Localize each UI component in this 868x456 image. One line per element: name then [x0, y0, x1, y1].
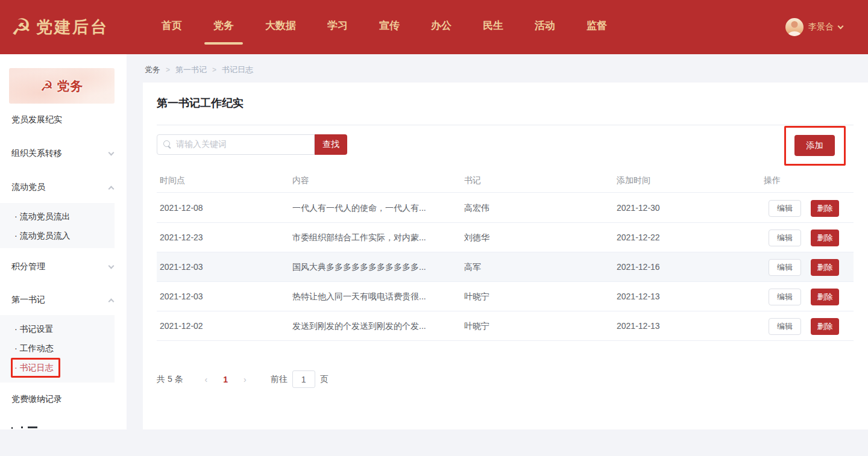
user-name: 李景合	[808, 22, 834, 33]
breadcrumb-first-secretary[interactable]: 第一书记	[175, 64, 207, 75]
sidebar-banner-label: 党务	[57, 78, 83, 95]
prev-page-icon[interactable]: ‹	[197, 375, 216, 384]
app-title: 党建后台	[36, 16, 108, 38]
user-avatar	[785, 18, 804, 36]
page-title: 第一书记工作纪实	[157, 96, 244, 110]
goto-page-input[interactable]	[292, 370, 315, 388]
nav-big-data[interactable]: 大数据	[258, 0, 303, 54]
sidebar: ☭ 党务 党员发展纪实 组织关系转移 流动党员 · 流动党员流出 · 流动党员流…	[0, 54, 127, 429]
nav-activities[interactable]: 活动	[527, 0, 562, 54]
sidebar-item-member-development[interactable]: 党员发展纪实	[0, 111, 127, 128]
breadcrumb-party-affairs[interactable]: 党务	[145, 64, 160, 75]
breadcrumb-separator: >	[166, 66, 170, 74]
sidebar-banner: ☭ 党务	[9, 68, 115, 104]
table-header: 时间点 内容 书记 添加时间 操作	[157, 170, 854, 193]
hammer-sickle-icon: ☭	[11, 16, 31, 39]
delete-button[interactable]: 删除	[811, 200, 839, 217]
delete-button[interactable]: 删除	[811, 259, 839, 276]
sidebar-item-org-transfer[interactable]: 组织关系转移	[0, 145, 127, 162]
add-button[interactable]: 添加	[794, 135, 835, 156]
sidebar-item-first-secretary[interactable]: 第一书记	[0, 292, 127, 308]
nav-office[interactable]: 办公	[424, 0, 459, 54]
delete-button[interactable]: 删除	[811, 289, 839, 305]
chevron-up-icon	[108, 298, 115, 304]
delete-button[interactable]: 删除	[811, 318, 839, 335]
divider	[157, 125, 854, 125]
page-number-1[interactable]: 1	[216, 375, 235, 384]
content-card: 第一书记工作纪实 请输入关键词 查找 添加 时间点 内容 书记 添加时间 操作 …	[143, 83, 868, 429]
search-icon	[163, 140, 172, 149]
app-logo: ☭ 党建后台	[11, 16, 108, 39]
top-header: ☭ 党建后台 首页 党务 大数据 学习 宣传 办公 民生 活动 监督 李景合	[0, 0, 868, 54]
column-header-secretary: 书记	[464, 170, 481, 193]
pagination-total: 共 5 条	[157, 374, 183, 385]
edit-button[interactable]: 编辑	[769, 318, 801, 335]
nav-publicity[interactable]: 宣传	[372, 0, 407, 54]
breadcrumb-separator: >	[212, 66, 216, 74]
pagination: 共 5 条 ‹ 1 › 前往 页	[157, 370, 329, 388]
sidebar-item-secretary-settings[interactable]: · 书记设置	[0, 321, 115, 338]
chevron-down-icon	[108, 149, 115, 155]
user-menu[interactable]: 李景合	[785, 0, 843, 54]
sidebar-item-partial[interactable]	[11, 426, 108, 429]
page-unit-label: 页	[320, 374, 329, 385]
sidebar-item-work-trends[interactable]: · 工作动态	[0, 340, 115, 357]
edit-button[interactable]: 编辑	[769, 230, 801, 246]
sidebar-item-mobile-members[interactable]: 流动党员	[0, 179, 127, 196]
column-header-content: 内容	[292, 170, 309, 193]
table-row: 2021-12-03 热特让他入同一天有哦电话费贵很... 叶晓宁 2021-1…	[157, 282, 854, 311]
table-row: 2021-12-08 一代人有一代人的使命，一代人有... 高宏伟 2021-1…	[157, 193, 854, 223]
chevron-down-icon	[838, 23, 844, 29]
sidebar-item-dues-records[interactable]: 党费缴纳记录	[0, 391, 127, 408]
search-placeholder: 请输入关键词	[176, 139, 227, 150]
search-button[interactable]: 查找	[315, 134, 347, 155]
table-row: 2021-12-02 发送到刚发的个发送到刚发的个发... 叶晓宁 2021-1…	[157, 311, 854, 341]
breadcrumb-secretary-log: 书记日志	[222, 64, 253, 75]
nav-party-affairs[interactable]: 党务	[206, 0, 241, 54]
column-header-time: 时间点	[160, 170, 185, 193]
goto-label: 前往	[271, 374, 288, 385]
next-page-icon[interactable]: ›	[235, 375, 255, 384]
search-input[interactable]: 请输入关键词	[157, 134, 315, 155]
edit-button[interactable]: 编辑	[769, 259, 801, 276]
chevron-down-icon	[108, 263, 115, 269]
table-row: 2021-12-03 国风大典多多多多多多多多多多多... 高军 2021-12…	[157, 252, 854, 282]
sidebar-item-mobile-in[interactable]: · 流动党员流入	[0, 228, 115, 245]
nav-home[interactable]: 首页	[154, 0, 189, 54]
nav-supervision[interactable]: 监督	[579, 0, 614, 54]
nav-study[interactable]: 学习	[320, 0, 355, 54]
breadcrumb: 党务 > 第一书记 > 书记日志	[145, 64, 253, 75]
search-row: 请输入关键词 查找	[157, 134, 347, 155]
column-header-actions: 操作	[764, 170, 781, 193]
sidebar-item-secretary-log[interactable]: · 书记日志	[0, 360, 115, 376]
party-emblem-icon: ☭	[40, 78, 54, 95]
top-nav: 首页 党务 大数据 学习 宣传 办公 民生 活动 监督	[146, 0, 623, 54]
table-row: 2021-12-23 市委组织部结合工作实际，对内蒙... 刘德华 2021-1…	[157, 223, 854, 252]
column-header-added: 添加时间	[617, 170, 650, 193]
nav-livelihood[interactable]: 民生	[476, 0, 511, 54]
sidebar-item-points[interactable]: 积分管理	[0, 258, 127, 275]
edit-button[interactable]: 编辑	[769, 200, 801, 217]
delete-button[interactable]: 删除	[811, 230, 839, 246]
chevron-up-icon	[108, 186, 115, 192]
edit-button[interactable]: 编辑	[769, 289, 801, 305]
sidebar-item-mobile-out[interactable]: · 流动党员流出	[0, 208, 115, 225]
